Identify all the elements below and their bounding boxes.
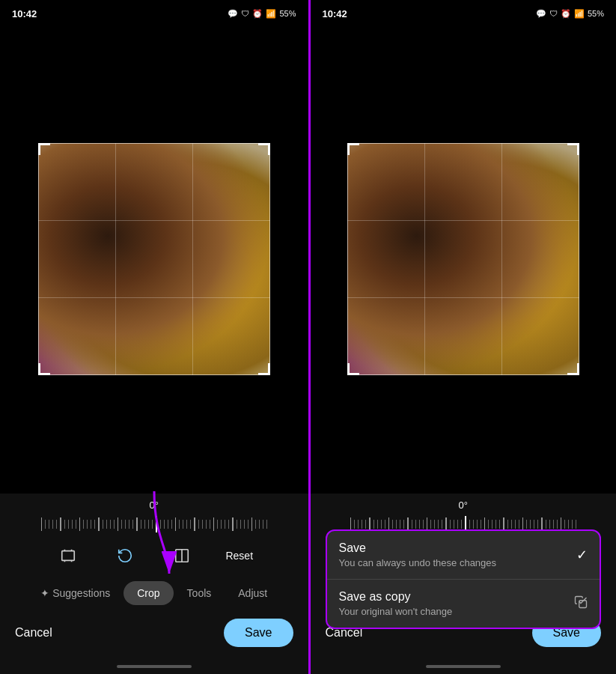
save-button-left[interactable]: Save bbox=[224, 619, 293, 647]
grid-h2-left bbox=[38, 297, 270, 298]
shield-icon: 🛡 bbox=[241, 9, 249, 18]
rotation-degree-left: 0° bbox=[150, 500, 159, 511]
rotate-icon-left[interactable] bbox=[112, 542, 138, 569]
status-bar-left: 10:42 💬 🛡 ⏰ 📶 55% bbox=[0, 0, 308, 24]
action-bar-left: Cancel Save bbox=[0, 611, 308, 662]
grid-v2-left bbox=[192, 143, 193, 375]
save-menu-item-copy[interactable]: Save as copy Your original won't change bbox=[327, 579, 600, 628]
crop-grid-right bbox=[347, 143, 579, 375]
save-menu-title-copy: Save as copy bbox=[339, 590, 588, 604]
battery-text: 55% bbox=[279, 9, 296, 18]
status-icons-right: 💬 🛡 ⏰ 📶 55% bbox=[536, 9, 604, 19]
crop-handle-tl-left[interactable] bbox=[38, 143, 50, 155]
rotation-degree-right: 0° bbox=[459, 500, 468, 511]
rotation-ticks-left[interactable] bbox=[0, 515, 308, 533]
home-bar-right bbox=[426, 665, 501, 668]
right-panel: 10:42 💬 🛡 ⏰ 📶 55% bbox=[308, 0, 617, 674]
rotation-area-left: 0° bbox=[0, 494, 308, 536]
grid-h1-left bbox=[38, 220, 270, 221]
svg-rect-0 bbox=[62, 551, 75, 561]
crop-container-left[interactable] bbox=[38, 143, 270, 375]
crop-handle-tr-right[interactable] bbox=[567, 143, 579, 155]
crop-handle-tr-left[interactable] bbox=[258, 143, 270, 155]
sparkle-icon: ✦ bbox=[40, 587, 52, 599]
tab-crop-left[interactable]: Crop bbox=[123, 581, 173, 605]
tab-adjust-left[interactable]: Adjust bbox=[225, 581, 281, 605]
crop-handle-br-left[interactable] bbox=[258, 363, 270, 375]
grid-v1-left bbox=[115, 143, 116, 375]
save-menu-title-save: Save bbox=[339, 541, 588, 555]
whatsapp-icon-right: 💬 bbox=[536, 9, 546, 19]
save-menu-item-save[interactable]: Save You can always undo these changes ✓ bbox=[327, 531, 600, 579]
alarm-icon: ⏰ bbox=[252, 9, 263, 19]
grid-h2-right bbox=[347, 297, 579, 298]
save-menu-subtitle-copy: Your original won't change bbox=[339, 606, 588, 617]
save-menu: Save You can always undo these changes ✓… bbox=[326, 529, 602, 629]
crop-handle-tl-right[interactable] bbox=[347, 143, 359, 155]
status-time-right: 10:42 bbox=[323, 8, 347, 19]
save-menu-subtitle-save: You can always undo these changes bbox=[339, 557, 588, 568]
bottom-tabs-left: ✦ Suggestions Crop Tools Adjust bbox=[0, 575, 308, 611]
crop-handle-br-right[interactable] bbox=[567, 363, 579, 375]
alarm-icon-right: ⏰ bbox=[561, 9, 571, 19]
tab-suggestions-left[interactable]: ✦ Suggestions bbox=[27, 581, 123, 605]
home-indicator-right bbox=[311, 662, 617, 674]
image-area-right bbox=[311, 24, 617, 494]
left-panel: 10:42 💬 🛡 ⏰ 📶 55% bbox=[0, 0, 308, 674]
status-time-left: 10:42 bbox=[12, 8, 37, 19]
whatsapp-icon: 💬 bbox=[228, 9, 238, 19]
reset-button-left[interactable]: Reset bbox=[225, 550, 253, 562]
grid-h1-right bbox=[347, 220, 579, 221]
battery-text-right: 55% bbox=[588, 9, 604, 18]
home-indicator-left bbox=[0, 662, 308, 674]
signal-icon-right: 📶 bbox=[574, 9, 585, 19]
crop-grid-left bbox=[38, 143, 270, 375]
aspect-ratio-icon-left[interactable] bbox=[55, 542, 82, 569]
crop-handle-bl-left[interactable] bbox=[38, 363, 50, 375]
tab-tools-left[interactable]: Tools bbox=[174, 581, 225, 605]
grid-v1-right bbox=[424, 143, 425, 375]
grid-v2-right bbox=[501, 143, 502, 375]
flip-icon-left[interactable] bbox=[168, 542, 195, 569]
status-bar-right: 10:42 💬 🛡 ⏰ 📶 55% bbox=[311, 0, 617, 24]
crop-container-right[interactable] bbox=[347, 143, 579, 375]
edit-toolbar-left: Reset bbox=[0, 536, 308, 575]
ticks-track-left bbox=[41, 516, 268, 532]
signal-icon: 📶 bbox=[266, 9, 276, 19]
save-copy-icon bbox=[574, 595, 588, 612]
status-icons-left: 💬 🛡 ⏰ 📶 55% bbox=[228, 9, 296, 19]
crop-handle-bl-right[interactable] bbox=[347, 363, 359, 375]
image-area-left bbox=[0, 24, 308, 494]
home-bar-left bbox=[117, 665, 192, 668]
cancel-button-left[interactable]: Cancel bbox=[15, 626, 52, 640]
save-menu-check-icon: ✓ bbox=[576, 547, 588, 563]
shield-icon-right: 🛡 bbox=[549, 9, 558, 18]
